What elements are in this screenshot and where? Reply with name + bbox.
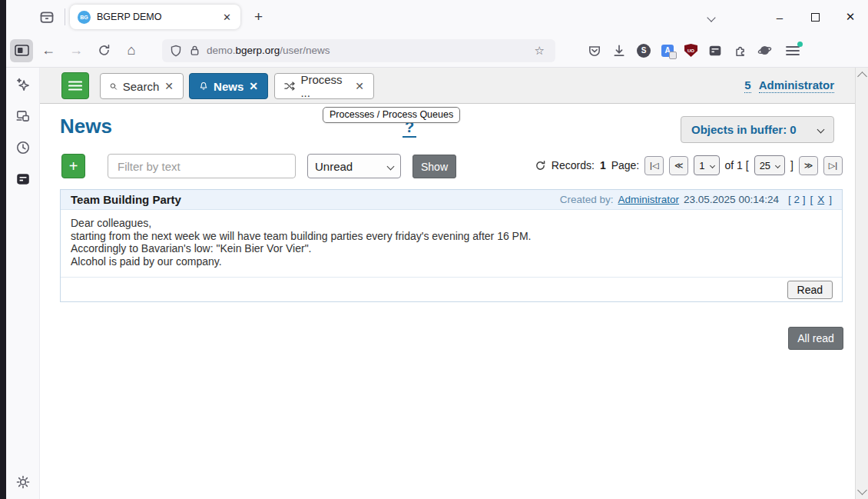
page-select[interactable]: 1 — [694, 155, 719, 175]
author-link[interactable]: Administrator — [618, 194, 680, 205]
news-body-line: starting from the next week we will have… — [71, 230, 832, 243]
next-page-button[interactable]: ≫ — [799, 156, 818, 175]
show-button[interactable]: Show — [412, 155, 456, 178]
news-body-line: Alcohol is paid by our company. — [71, 255, 832, 268]
shuffle-icon — [284, 81, 295, 91]
tab-close-icon[interactable]: ✕ — [355, 80, 364, 92]
bookmarks-tray-icon[interactable] — [15, 171, 31, 187]
pagination: Records: 1 Page: |◁ ≪ 1 of 1 [ 25 ] ≫ ▷| — [535, 155, 843, 175]
last-page-button[interactable]: ▷| — [823, 156, 843, 175]
maximize-button[interactable] — [797, 2, 833, 32]
page-size-select[interactable]: 25 — [754, 155, 785, 175]
news-meta: Created by: Administrator 23.05.2025 00:… — [560, 194, 832, 205]
sidebar-toggle-icon[interactable] — [10, 39, 33, 62]
ai-sparkle-icon[interactable] — [15, 77, 31, 92]
browser-tab[interactable]: BG BGERP DEMO ✕ — [70, 5, 240, 29]
pocket-icon[interactable] — [588, 44, 601, 58]
news-title: Team Building Party — [71, 193, 181, 206]
chevron-down-icon — [387, 162, 395, 170]
extension-s-icon[interactable]: S — [637, 44, 651, 58]
news-datetime: 23.05.2025 00:14:24 — [684, 194, 779, 205]
close-news-link[interactable]: X — [817, 194, 824, 205]
tab-title: BGERP DEMO — [97, 12, 220, 22]
tooltip: Processes / Process Queues — [323, 107, 460, 123]
news-body-line: Dear colleagues, — [71, 217, 832, 230]
url-bar[interactable]: demo.bgerp.org/user/news ☆ — [162, 39, 555, 62]
scroll-up-icon[interactable] — [857, 72, 867, 82]
window-close-button[interactable]: ✕ — [833, 2, 868, 32]
settings-gear-icon[interactable] — [15, 474, 31, 490]
chevron-down-icon — [709, 162, 714, 168]
x-bracket-open: [ — [810, 194, 813, 205]
tab-close-icon[interactable]: ✕ — [220, 10, 234, 25]
status-select[interactable]: Unread — [307, 154, 401, 178]
user-name-link[interactable]: Administrator — [759, 78, 834, 93]
update-dot — [797, 42, 803, 47]
user-id-link[interactable]: 5 — [744, 78, 750, 93]
records-label: Records: — [552, 159, 595, 171]
hamburger-icon — [68, 81, 82, 91]
all-read-button[interactable]: All read — [788, 327, 843, 350]
x-bracket-close: ] — [829, 194, 832, 205]
bell-icon — [199, 80, 208, 92]
tab-close-icon[interactable]: ✕ — [249, 80, 258, 92]
news-body: Dear colleagues, starting from the next … — [61, 210, 842, 278]
created-by-label: Created by: — [560, 194, 614, 205]
bookmark-star-icon[interactable]: ☆ — [532, 44, 548, 58]
of-label: of 1 [ — [725, 159, 749, 171]
extensions-puzzle-icon[interactable] — [733, 44, 747, 58]
app-tab-search[interactable]: Search ✕ — [100, 73, 184, 99]
chevron-down-icon — [817, 126, 825, 134]
chevron-down-icon — [775, 162, 780, 168]
news-count-badge: [ 2 ] — [788, 194, 806, 205]
tab-separator — [65, 8, 65, 25]
back-icon[interactable]: ← — [36, 39, 61, 62]
user-links: 5 Administrator — [744, 78, 834, 93]
tab-label: Process ... — [300, 73, 350, 99]
lock-icon[interactable] — [189, 45, 200, 56]
reload-icon[interactable] — [91, 39, 116, 62]
translate-icon[interactable]: A — [661, 45, 674, 57]
tab-close-icon[interactable]: ✕ — [164, 80, 174, 92]
page-scrollbar[interactable] — [855, 68, 868, 499]
first-page-button[interactable]: |◁ — [644, 156, 664, 175]
page-title: News — [60, 115, 112, 138]
firefox-view-icon[interactable] — [35, 5, 58, 28]
new-tab-button[interactable]: + — [248, 8, 269, 25]
news-body-line: Accordingly to Bavarian's low: "Kein Bie… — [71, 242, 832, 255]
firefox-sidebar — [6, 68, 40, 499]
news-item-footer: Read — [61, 278, 842, 301]
app-tab-process[interactable]: Process ... ✕ — [274, 73, 374, 99]
container-icon[interactable] — [708, 44, 722, 58]
forward-icon[interactable]: → — [64, 39, 88, 62]
app-menu-button[interactable] — [61, 72, 89, 99]
hamburger-menu-icon[interactable] — [783, 41, 803, 61]
page-label: Page: — [611, 159, 640, 171]
search-icon — [110, 81, 118, 92]
status-select-value: Unread — [315, 160, 353, 173]
url-text[interactable]: demo.bgerp.org/user/news — [207, 45, 532, 56]
page-content: Search ✕ News ✕ Process ... ✕ 5 Administ… — [40, 68, 855, 499]
read-button[interactable]: Read — [787, 281, 833, 299]
objects-buffer-button[interactable]: Objects in buffer: 0 — [681, 116, 834, 143]
add-news-button[interactable]: + — [61, 154, 85, 178]
news-item: Team Building Party Created by: Administ… — [60, 189, 843, 302]
prev-page-button[interactable]: ≪ — [669, 156, 688, 175]
scroll-down-icon[interactable] — [857, 485, 867, 495]
history-clock-icon[interactable] — [15, 140, 31, 155]
download-icon[interactable] — [612, 44, 626, 58]
filter-input[interactable] — [108, 154, 296, 178]
minimize-button[interactable]: – — [762, 2, 797, 32]
ublock-icon[interactable]: UO — [684, 44, 697, 57]
browser-toolbar: ← → ⌂ demo.bgerp.org/user/news ☆ S A UO — [6, 34, 868, 68]
home-icon[interactable]: ⌂ — [119, 39, 144, 62]
buffer-label: Objects in buffer: 0 — [691, 123, 797, 136]
shield-icon[interactable] — [170, 45, 182, 57]
tab-list-chevron-icon[interactable] — [708, 10, 714, 24]
app-tab-news[interactable]: News ✕ — [189, 73, 268, 99]
synced-tabs-icon[interactable] — [15, 108, 31, 124]
tab-label: News — [214, 80, 244, 93]
refresh-icon[interactable] — [535, 160, 546, 171]
site-favicon: BG — [78, 11, 91, 24]
vpn-planet-icon[interactable] — [757, 43, 772, 58]
